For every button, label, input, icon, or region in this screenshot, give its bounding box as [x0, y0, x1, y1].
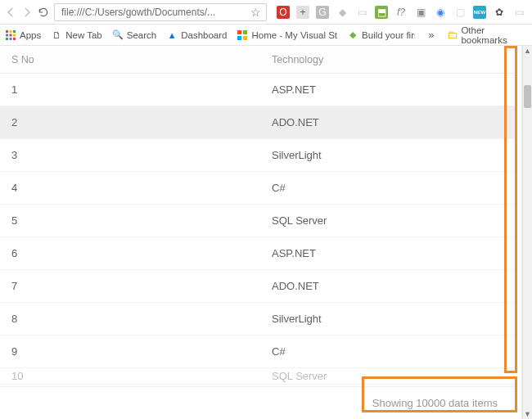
chrome-icon[interactable]: ◉ [434, 6, 447, 19]
forward-button[interactable] [21, 6, 33, 19]
plus-icon[interactable]: + [296, 6, 309, 19]
cell-technology: ASP.NET [262, 74, 516, 106]
gear-icon[interactable]: ✿ [493, 6, 506, 19]
one-icon[interactable]: ⬒ [375, 6, 388, 19]
bookmark-label: Build your first app v [362, 30, 415, 40]
table-row[interactable]: 10SQL Server [0, 368, 516, 385]
table-row[interactable]: 7ADO.NET [0, 270, 516, 303]
cell-sno: 10 [0, 368, 262, 384]
g-square-icon[interactable]: G [316, 6, 329, 19]
svg-rect-12 [243, 36, 247, 40]
bookmark-item-build-app[interactable]: ◆Build your first app v [347, 29, 415, 41]
svg-rect-2 [13, 30, 16, 33]
grid-footer: Showing 10000 data items [0, 386, 516, 419]
bookmark-label: Apps [20, 30, 41, 40]
table-row[interactable]: 1ASP.NET [0, 74, 516, 106]
svg-rect-10 [243, 30, 247, 34]
home-vs-icon [237, 29, 248, 41]
folder-icon: 🗀 [447, 29, 458, 41]
card-icon[interactable]: ▭ [512, 6, 525, 19]
table-row[interactable]: 2ADO.NET [0, 106, 516, 139]
page-vertical-scrollbar[interactable]: ▲ ▼ [522, 46, 532, 419]
url-text: file:///C:/Users/gowth/Documents/... [61, 7, 233, 18]
column-header-technology[interactable]: Technology [262, 46, 516, 73]
cell-technology: C# [262, 336, 516, 367]
bookmark-label: New Tab [65, 30, 102, 40]
svg-rect-4 [10, 34, 12, 36]
bookmark-label: Home - My Visual St [251, 30, 337, 40]
bookmark-item-search[interactable]: 🔍Search [112, 29, 156, 41]
scroll-up-arrow-icon[interactable]: ▲ [523, 46, 532, 56]
scroll-down-arrow-icon[interactable]: ▼ [523, 409, 532, 419]
table-row[interactable]: 8SilverLight [0, 303, 516, 336]
table-row[interactable]: 9C# [0, 336, 516, 368]
table-row[interactable]: 6ASP.NET [0, 237, 516, 270]
page-icon[interactable]: ▭ [355, 6, 368, 19]
table-row[interactable]: 5SQL Server [0, 205, 516, 237]
new-tab-icon: 🗋 [51, 29, 62, 41]
build-app-icon: ◆ [347, 29, 358, 41]
table-row[interactable]: 3SilverLight [0, 139, 516, 172]
svg-rect-3 [6, 34, 8, 36]
cell-technology: SilverLight [262, 139, 516, 171]
blank-icon[interactable]: ▢ [453, 6, 467, 19]
cell-sno: 4 [0, 172, 262, 204]
back-button[interactable] [5, 6, 16, 19]
other-bookmarks-label: Other bookmarks [461, 25, 527, 45]
svg-rect-11 [237, 36, 241, 40]
svg-rect-6 [6, 38, 8, 40]
cell-sno: 5 [0, 205, 262, 237]
cell-sno: 6 [0, 237, 262, 269]
bookmark-item-apps[interactable]: Apps [5, 29, 41, 41]
diamond-icon[interactable]: ◆ [336, 6, 349, 19]
other-bookmarks-button[interactable]: 🗀 Other bookmarks [447, 25, 527, 45]
opera-icon[interactable]: O [277, 6, 290, 19]
reload-button[interactable] [38, 6, 49, 19]
cell-technology: SQL Server [262, 205, 516, 237]
cell-sno: 2 [0, 106, 262, 138]
footer-status-text: Showing 10000 data items [372, 397, 498, 409]
new-badge-icon[interactable]: NEW [473, 6, 486, 19]
apps-icon [5, 29, 16, 41]
search-icon: 🔍 [112, 29, 124, 41]
extension-icons: O+G◆▭⬒f?▣◉▢NEW✿▭ [277, 6, 525, 19]
bookmark-star-icon[interactable]: ☆ [250, 6, 261, 19]
cell-technology: ADO.NET [262, 106, 516, 138]
square-dot-icon[interactable]: ▣ [414, 6, 427, 19]
grid-header-row: S No Technology [0, 46, 516, 74]
bookmarks-overflow-button[interactable]: » [423, 29, 439, 41]
bookmark-item-new-tab[interactable]: 🗋New Tab [51, 29, 102, 41]
svg-rect-0 [6, 30, 8, 33]
bookmark-item-home-vs[interactable]: Home - My Visual St [237, 29, 337, 41]
bookmark-item-dashboard[interactable]: ▲Dashboard [166, 29, 227, 41]
scroll-thumb[interactable] [524, 85, 531, 108]
bookmarks-bar: Apps🗋New Tab🔍Search▲DashboardHome - My V… [0, 25, 532, 46]
cell-technology: ASP.NET [262, 237, 516, 269]
svg-rect-9 [237, 30, 241, 34]
cell-sno: 8 [0, 303, 262, 335]
bookmark-label: Search [127, 30, 156, 40]
address-bar[interactable]: file:///C:/Users/gowth/Documents/... ☆ [54, 3, 267, 21]
svg-rect-1 [10, 30, 12, 33]
svg-rect-7 [10, 38, 12, 40]
grid-body: 1ASP.NET2ADO.NET3SilverLight4C#5SQL Serv… [0, 74, 516, 386]
cell-technology: C# [262, 172, 516, 204]
f-question-icon[interactable]: f? [394, 6, 408, 19]
browser-toolbar: file:///C:/Users/gowth/Documents/... ☆ O… [0, 0, 532, 25]
cell-technology: SilverLight [262, 303, 516, 335]
bookmark-label: Dashboard [181, 30, 227, 40]
cell-sno: 1 [0, 74, 262, 106]
svg-rect-8 [13, 38, 16, 40]
dashboard-icon: ▲ [166, 29, 178, 41]
table-row[interactable]: 4C# [0, 172, 516, 205]
cell-sno: 3 [0, 139, 262, 171]
cell-sno: 7 [0, 270, 262, 302]
cell-technology: ADO.NET [262, 270, 516, 302]
data-grid: S No Technology 1ASP.NET2ADO.NET3SilverL… [0, 46, 516, 419]
svg-rect-5 [13, 34, 16, 36]
inner-scrollbar-gutter [516, 46, 522, 419]
cell-sno: 9 [0, 336, 262, 367]
cell-technology: SQL Server [262, 368, 516, 384]
column-header-sno[interactable]: S No [0, 46, 262, 73]
